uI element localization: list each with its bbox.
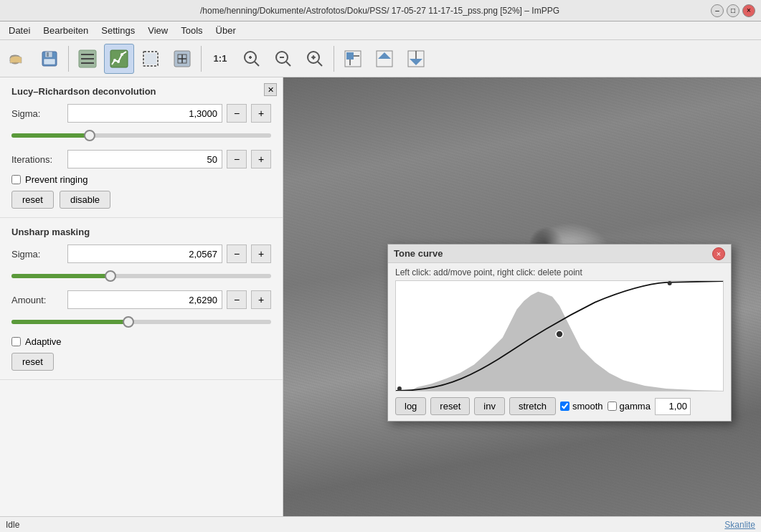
save-file-button[interactable] (34, 44, 65, 74)
sigma-slider[interactable] (11, 128, 271, 143)
svg-rect-6 (47, 52, 49, 57)
zoom-in-button[interactable] (237, 44, 267, 74)
selection-icon (141, 49, 161, 69)
um-sigma-slider-fill (11, 274, 110, 278)
menu-tools[interactable]: Tools (175, 24, 208, 37)
um-sigma-increase-button[interactable]: + (251, 244, 271, 263)
sigma-row: Sigma: − + (11, 104, 271, 123)
align-b-icon (407, 49, 425, 68)
title-bar: /home/henning/Dokumente/Astrofotos/Doku/… (0, 0, 761, 22)
gamma-label-text: gamma (620, 401, 651, 412)
svg-point-42 (556, 331, 563, 338)
svg-line-24 (255, 62, 259, 66)
amount-decrease-button[interactable]: − (227, 290, 247, 309)
align-b-button[interactable] (401, 44, 431, 74)
app-label: Skanlite (724, 520, 755, 530)
um-sigma-input[interactable] (67, 244, 222, 263)
svg-line-31 (318, 62, 322, 66)
svg-marker-40 (410, 59, 422, 65)
amount-label: Amount: (11, 295, 63, 305)
window-title: /home/henning/Dokumente/Astrofotos/Doku/… (49, 6, 711, 16)
um-sigma-decrease-button[interactable]: − (227, 244, 247, 263)
gamma-value-input[interactable] (655, 398, 691, 415)
smooth-checkbox[interactable] (560, 402, 569, 411)
tc-stretch-button[interactable]: stretch (509, 397, 556, 415)
amount-input[interactable] (67, 290, 222, 309)
gamma-checkbox[interactable] (608, 402, 617, 411)
sigma-decrease-button[interactable]: − (227, 104, 247, 123)
selection-button[interactable] (136, 44, 166, 74)
tone-curve-icon (77, 49, 98, 69)
iterations-decrease-button[interactable]: − (227, 150, 247, 168)
amount-slider-thumb[interactable] (123, 316, 134, 328)
lr-disable-button[interactable]: disable (60, 191, 110, 209)
normalize-icon (172, 49, 192, 69)
svg-point-12 (113, 59, 116, 62)
lucy-richardson-section: Lucy–Richardson deconvolution Sigma: − +… (0, 77, 283, 218)
tone-curve-dialog: Tone curve × Left click: add/move point,… (387, 244, 732, 422)
panel-close-button[interactable]: ✕ (264, 83, 277, 96)
sigma-input[interactable] (67, 104, 222, 123)
menu-bearbeiten[interactable]: Bearbeiten (37, 24, 94, 37)
svg-rect-16 (145, 53, 156, 65)
um-reset-button[interactable]: reset (11, 353, 54, 371)
amount-increase-button[interactable]: + (251, 290, 271, 309)
zoom-out-button[interactable] (268, 44, 298, 74)
menu-uber[interactable]: Über (210, 24, 242, 37)
smooth-checkbox-label[interactable]: smooth (560, 401, 603, 412)
tone-curve-footer: log reset inv stretch smooth gamma (388, 391, 731, 421)
adaptive-checkbox[interactable] (11, 337, 21, 346)
gamma-checkbox-label[interactable]: gamma (608, 401, 651, 412)
iterations-input[interactable] (67, 150, 222, 168)
prevent-ringing-row: Prevent ringing (11, 174, 271, 185)
align-tr-button[interactable] (369, 44, 400, 74)
sigma-slider-thumb[interactable] (84, 130, 95, 141)
adaptive-row: Adaptive (11, 336, 271, 347)
tc-reset-button[interactable]: reset (430, 397, 470, 415)
amount-slider[interactable] (11, 315, 271, 329)
tone-curve-titlebar: Tone curve × (388, 244, 731, 263)
toolbar-separator-2 (201, 46, 202, 72)
align-tl-button[interactable] (338, 44, 368, 74)
tc-log-button[interactable]: log (395, 397, 426, 415)
menu-view[interactable]: View (142, 24, 174, 37)
prevent-ringing-checkbox[interactable] (11, 175, 21, 184)
sigma-increase-button[interactable]: + (251, 104, 271, 123)
status-bar: Idle Skanlite (0, 516, 761, 532)
zoom-fit-button[interactable] (300, 44, 330, 74)
menu-settings[interactable]: Settings (95, 24, 141, 37)
open-file-button[interactable] (3, 44, 33, 74)
svg-point-14 (120, 53, 123, 56)
toolbar-separator-1 (68, 46, 69, 72)
toolbar-separator-3 (334, 46, 334, 72)
zoom-in-icon (242, 49, 261, 68)
normalize-button[interactable] (167, 44, 197, 74)
maximize-button[interactable]: □ (727, 4, 739, 17)
tc-inv-button[interactable]: inv (474, 397, 505, 415)
minimize-button[interactable]: – (711, 4, 724, 17)
menu-datei[interactable]: Datei (3, 24, 36, 37)
status-text: Idle (6, 520, 19, 530)
lr-button-row: reset disable (11, 191, 271, 209)
align-tl-icon (344, 49, 362, 68)
amount-slider-fill (11, 320, 128, 324)
tone-curve-button[interactable] (72, 44, 103, 74)
um-sigma-slider-thumb[interactable] (105, 270, 116, 282)
zoom-1-1-label: 1:1 (214, 53, 227, 64)
um-sigma-slider[interactable] (11, 269, 271, 283)
svg-rect-5 (44, 59, 55, 65)
processing-icon (109, 49, 129, 69)
tone-curve-hint-text: Left click: add/move point, right click:… (388, 263, 731, 280)
zoom-1-1-button[interactable]: 1:1 (205, 44, 235, 74)
processing-button[interactable] (104, 44, 134, 74)
iterations-label: Iterations: (11, 154, 63, 165)
iterations-increase-button[interactable]: + (251, 150, 271, 168)
tone-curve-title-text: Tone curve (394, 248, 443, 259)
tone-curve-canvas[interactable] (395, 280, 724, 391)
close-button[interactable]: × (742, 4, 755, 17)
svg-marker-38 (378, 52, 391, 59)
tone-curve-close-button[interactable]: × (712, 247, 725, 260)
save-file-icon (39, 49, 60, 69)
prevent-ringing-label: Prevent ringing (25, 174, 88, 185)
lr-reset-button[interactable]: reset (11, 191, 54, 209)
